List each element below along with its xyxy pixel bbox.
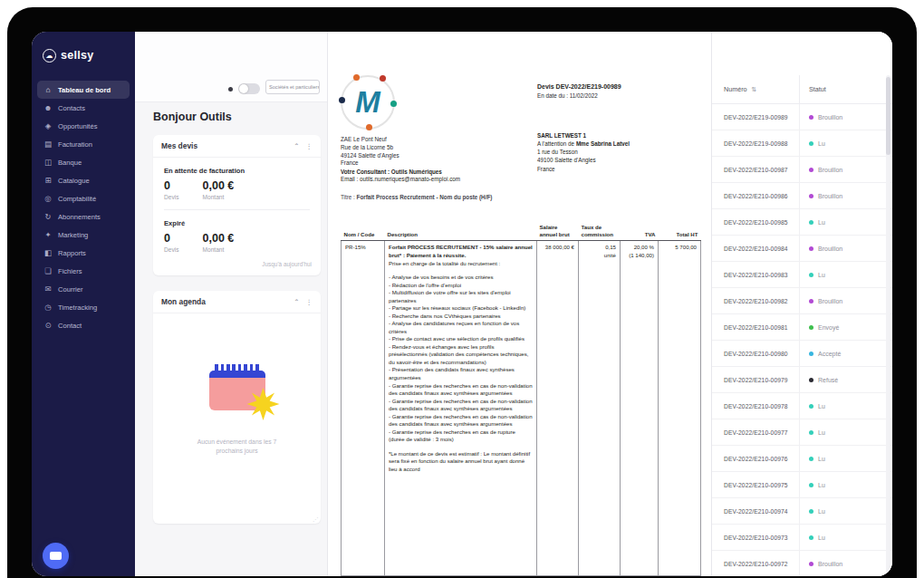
document-row[interactable]: DEV-2022/E210-00979 Refusé: [712, 367, 892, 393]
sidebar-item[interactable]: ◧ Rapports: [37, 244, 130, 262]
collapse-icon[interactable]: ⌃: [294, 298, 299, 306]
chat-button[interactable]: [43, 543, 69, 569]
document-row[interactable]: DEV-2022/E210-00983 Lu: [712, 262, 892, 288]
document-number: DEV-2022/E219-00989: [712, 114, 799, 120]
status-label: Lu: [818, 219, 825, 226]
status-label: Lu: [818, 403, 825, 409]
devis-date: En date du : 11/02/2022: [537, 92, 700, 99]
sidebar-item-label: Contacts: [58, 104, 85, 112]
description-line: - Garantie reprise des recherches en cas…: [389, 413, 533, 429]
period-link[interactable]: Jusqu'à aujourd'hui: [153, 253, 321, 275]
description-line: [389, 444, 533, 450]
sidebar-item[interactable]: ✉ Courrier: [37, 280, 130, 298]
kebab-menu-icon[interactable]: ⋮: [306, 298, 313, 306]
company-logo: M: [341, 75, 395, 130]
status-dot-icon: [809, 273, 813, 277]
sidebar-item[interactable]: ▤ Facturation: [37, 135, 130, 153]
col-numero-label: Numéro: [724, 85, 747, 93]
sidebar-item[interactable]: ◈ Opportunités: [37, 117, 130, 135]
client-filter-input[interactable]: Sociétés et particuliers: [265, 80, 320, 94]
divider: [164, 209, 310, 210]
logo-letter: M: [355, 85, 380, 120]
document-row[interactable]: DEV-2022/E210-00974 Lu: [712, 498, 892, 525]
document-row[interactable]: DEV-2022/E210-00977 Lu: [712, 419, 892, 446]
document-row[interactable]: DEV-2022/E210-00975 Lu: [712, 472, 892, 498]
sort-icon[interactable]: ⇅: [752, 86, 757, 93]
sidebar-item-label: Tableau de bord: [58, 86, 111, 94]
status-dot-icon: [809, 115, 813, 120]
calendar-illustration: [209, 364, 265, 410]
status-label: Lu: [818, 508, 825, 515]
sidebar-item[interactable]: ↻ Abonnements: [37, 207, 130, 226]
scrollbar[interactable]: [886, 75, 890, 573]
resize-handle[interactable]: ⋰: [313, 515, 318, 522]
devis-amount: 0,00 €: [203, 179, 235, 192]
cell-description: Forfait PROCESS RECRUTEMENT - 15% salair…: [385, 241, 537, 576]
document-row[interactable]: DEV-2022/E219-00989 Brouillon: [712, 104, 892, 130]
col-statut-label: Statut: [799, 75, 892, 103]
status-dot-icon: [809, 325, 813, 330]
sidebar-item[interactable]: ✦ Marketing: [37, 226, 130, 244]
sidebar-item[interactable]: ⊞ Catalogue: [37, 171, 130, 189]
sidebar-item[interactable]: ◎ Comptabilité: [37, 189, 130, 207]
sidebar-item[interactable]: ⊙ Contact: [37, 316, 130, 334]
status-dot-icon: [809, 509, 813, 514]
sidebar-item-icon: ⌂: [43, 85, 53, 94]
status-dot-icon: [809, 141, 813, 146]
col-total-ht: Total HT: [659, 222, 701, 241]
document-row[interactable]: DEV-2022/E210-00982 Brouillon: [712, 288, 892, 314]
document-number: DEV-2022/E210-00982: [712, 298, 799, 304]
document-row[interactable]: DEV-2022/E210-00986 Brouillon: [712, 183, 892, 209]
widget-mon-agenda: Mon agenda ⌃ ⋮ Aucun événement dans les …: [153, 291, 321, 524]
document-row[interactable]: DEV-2022/E210-00985 Lu: [712, 209, 892, 236]
sidebar-item[interactable]: ❏ Fichiers: [37, 262, 130, 280]
description-line: - Partage sur les réseaux sociaux (Faceb…: [389, 304, 533, 313]
devis-number: Devis DEV-2022/E219-00989: [537, 83, 700, 90]
document-row[interactable]: DEV-2022/E210-00973 Lu: [712, 525, 892, 551]
description-line: - Rédaction de l'offre d'emploi: [389, 282, 533, 290]
document-row[interactable]: DEV-2022/E210-00976 Lu: [712, 446, 892, 472]
status-dot-icon: [809, 430, 813, 435]
document-row[interactable]: DEV-2022/E219-00988 Lu: [712, 130, 892, 157]
sidebar-item[interactable]: ◫ Banque: [37, 153, 130, 171]
description-line: - Rendez-vous et échanges avec les profi…: [389, 343, 533, 367]
col-taux: Taux de commission: [579, 222, 621, 241]
status-dot-icon: [809, 483, 813, 487]
document-row[interactable]: DEV-2022/E210-00981 Envoyé: [712, 314, 892, 341]
status-dot-icon: [809, 562, 813, 566]
sidebar-item-icon: ◷: [43, 303, 53, 312]
document-row[interactable]: DEV-2022/E210-00978 Lu: [712, 393, 892, 419]
email-line: Email : outils.numeriques@manato-emploi.…: [341, 176, 537, 182]
description-line: - Présentation des candidats finaux avec…: [389, 366, 533, 381]
document-number: DEV-2022/E210-00983: [712, 272, 799, 278]
document-row[interactable]: DEV-2022/E210-00987 Brouillon: [712, 157, 892, 183]
sidebar-item-label: Fichiers: [58, 267, 82, 275]
sidebar-item[interactable]: ⌂ Tableau de bord: [37, 81, 130, 99]
theme-toggle[interactable]: [238, 83, 260, 94]
sidebar-item[interactable]: ☻ Contacts: [37, 99, 130, 117]
documents-list-panel: Numéro ⇅ Statut DEV-2022/E219-00989 Brou…: [711, 32, 892, 576]
document-row[interactable]: DEV-2022/E210-00980 Accepté: [712, 341, 892, 367]
cell-salary: 38 000,00 €: [537, 241, 579, 576]
status-label: Brouillon: [818, 298, 842, 304]
collapse-icon[interactable]: ⌃: [294, 142, 299, 150]
description-line: - Recherche dans nos CVthèques partenair…: [389, 313, 533, 321]
cell-code: PR-15%: [342, 241, 385, 576]
cell-commission: 0,15 unité: [579, 241, 621, 576]
sidebar-item-icon: ✉: [43, 284, 53, 294]
sidebar-item[interactable]: ◷ Timetracking: [37, 298, 130, 316]
dashboard-column: Sociétés et particuliers Bonjour Outils …: [135, 32, 328, 576]
devis-count-label: Devis: [164, 246, 179, 253]
kebab-menu-icon[interactable]: ⋮: [306, 142, 313, 150]
sidebar-item-label: Banque: [58, 159, 82, 167]
document-row[interactable]: DEV-2022/E210-00984 Brouillon: [712, 236, 892, 262]
scrollbar-thumb[interactable]: [886, 77, 890, 155]
sender-address: ZAE Le Pont Neuf Rue de la Licorne 5b 49…: [341, 136, 537, 168]
description-line: - Garantie reprise des recherches en cas…: [389, 398, 533, 413]
description-line: - Garantie reprise des recherches en cas…: [389, 429, 533, 444]
document-row[interactable]: DEV-2022/E210-00972 Brouillon: [712, 551, 892, 576]
sidebar: ☁ sellsy ⌂ Tableau de bord ☻ Contacts ◈ …: [32, 32, 135, 576]
sidebar-item-label: Comptabilité: [58, 195, 96, 203]
status-label: Brouillon: [818, 167, 842, 173]
status-label: Brouillon: [818, 561, 842, 567]
